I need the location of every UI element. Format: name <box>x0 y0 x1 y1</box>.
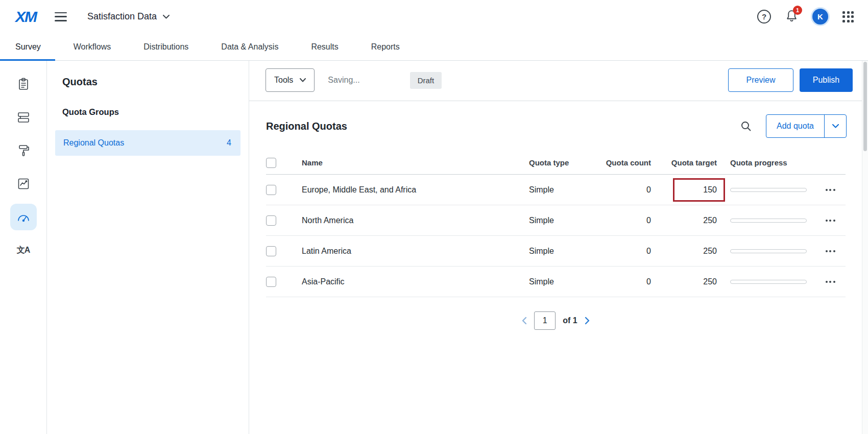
quota-target-value: 250 <box>703 216 717 225</box>
quota-target-value: 150 <box>703 185 717 194</box>
hamburger-menu-icon[interactable] <box>55 12 67 21</box>
quota-progress-bar <box>730 249 807 253</box>
avatar[interactable]: K <box>812 9 828 25</box>
scrollbar-track[interactable] <box>862 61 868 434</box>
table-row[interactable]: Europe, Middle East, and Africa Simple 0… <box>266 175 846 205</box>
apps-grid-icon[interactable] <box>842 11 854 22</box>
quota-count: 0 <box>598 247 664 256</box>
table-header-row: Name Quota type Quota count Quota target… <box>266 151 846 175</box>
table-row[interactable]: North America Simple 0 250 <box>266 205 846 236</box>
xm-logo[interactable]: XM <box>15 8 36 26</box>
row-overflow-menu-icon[interactable] <box>825 186 836 194</box>
editor-toolbar: Tools Saving... Draft Preview Publish <box>266 68 853 92</box>
quota-progress-bar <box>730 280 807 284</box>
table-row[interactable]: Asia-Pacific Simple 0 250 <box>266 267 846 297</box>
prev-page-icon[interactable] <box>521 317 527 325</box>
saving-status: Saving... <box>328 76 359 85</box>
quotas-panel: Quotas Quota Groups Regional Quotas 4 <box>47 61 249 434</box>
preview-button[interactable]: Preview <box>728 68 793 92</box>
status-badge: Draft <box>410 72 442 89</box>
quota-name: Asia-Pacific <box>290 277 529 286</box>
tools-label: Tools <box>274 76 293 85</box>
quota-count: 0 <box>598 277 664 286</box>
search-icon[interactable] <box>740 120 752 132</box>
main-content: Tools Saving... Draft Preview Publish Re… <box>249 61 868 434</box>
quota-target[interactable]: 150 <box>664 185 723 195</box>
add-quota-dropdown[interactable] <box>825 115 846 137</box>
add-quota-button[interactable]: Add quota <box>766 115 825 137</box>
highlight-annotation <box>673 178 725 202</box>
page-number-input[interactable] <box>534 311 556 330</box>
quota-groups-heading: Quota Groups <box>62 107 249 117</box>
tools-dropdown-button[interactable]: Tools <box>266 68 315 92</box>
quota-target-value: 250 <box>703 277 717 286</box>
tab-results[interactable]: Results <box>311 33 338 60</box>
chevron-down-icon <box>163 15 170 19</box>
select-all-checkbox[interactable] <box>266 158 276 168</box>
publish-button[interactable]: Publish <box>800 68 853 92</box>
chevron-down-icon <box>832 124 839 128</box>
tab-distributions[interactable]: Distributions <box>143 33 188 60</box>
column-header-quota-target: Quota target <box>664 158 723 167</box>
add-quota-split-button: Add quota <box>766 114 847 138</box>
notification-badge: 1 <box>793 6 802 15</box>
quota-count: 0 <box>598 185 664 195</box>
column-header-quota-progress: Quota progress <box>723 158 815 167</box>
row-checkbox[interactable] <box>266 215 276 226</box>
pagination: of 1 <box>266 311 846 330</box>
section-title: Regional Quotas <box>266 120 347 132</box>
notifications-button[interactable]: 1 <box>785 9 798 25</box>
translations-icon[interactable]: 文A <box>10 237 37 263</box>
quota-group-label: Regional Quotas <box>63 138 124 148</box>
quota-progress-bar <box>730 188 807 192</box>
content-area: 文A Quotas Quota Groups Regional Quotas 4… <box>0 61 868 434</box>
survey-options-icon[interactable] <box>10 171 37 197</box>
quota-type: Simple <box>529 277 598 286</box>
table-row[interactable]: Latin America Simple 0 250 <box>266 236 846 267</box>
survey-builder-icon[interactable] <box>10 71 37 98</box>
top-header: XM Satisfaction Data ? 1 K <box>0 0 868 33</box>
quota-name: Latin America <box>290 247 529 256</box>
page-total-label: of 1 <box>563 316 577 325</box>
help-icon[interactable]: ? <box>757 10 771 23</box>
quota-progress-bar <box>730 219 807 223</box>
project-title-menu[interactable]: Satisfaction Data <box>87 11 170 22</box>
column-header-quota-type: Quota type <box>529 158 598 167</box>
quota-target-value: 250 <box>703 247 717 255</box>
quotas-table: Name Quota type Quota count Quota target… <box>266 151 846 297</box>
quota-target[interactable]: 250 <box>664 216 723 225</box>
panel-title: Quotas <box>62 76 249 88</box>
row-overflow-menu-icon[interactable] <box>825 278 836 286</box>
toolbar-divider <box>249 101 868 101</box>
column-header-quota-count: Quota count <box>598 158 664 167</box>
tab-data-analysis[interactable]: Data & Analysis <box>221 33 278 60</box>
quota-name: Europe, Middle East, and Africa <box>290 185 529 195</box>
row-checkbox[interactable] <box>266 277 276 287</box>
row-checkbox[interactable] <box>266 246 276 256</box>
row-checkbox[interactable] <box>266 185 276 195</box>
sidebar-item-regional-quotas[interactable]: Regional Quotas 4 <box>55 130 240 156</box>
tab-workflows[interactable]: Workflows <box>74 33 111 60</box>
chevron-down-icon <box>300 78 306 82</box>
next-page-icon[interactable] <box>585 317 590 325</box>
project-tabbar: Survey Workflows Distributions Data & An… <box>0 33 868 61</box>
scrollbar-thumb[interactable] <box>863 62 867 151</box>
column-header-name: Name <box>290 158 529 167</box>
quota-count: 0 <box>598 216 664 225</box>
survey-flow-icon[interactable] <box>10 104 37 131</box>
tab-survey[interactable]: Survey <box>15 33 41 60</box>
quotas-icon[interactable] <box>10 204 37 230</box>
row-overflow-menu-icon[interactable] <box>825 247 836 255</box>
quota-name: North America <box>290 216 529 225</box>
survey-icon-rail: 文A <box>0 61 47 434</box>
quota-group-count: 4 <box>227 138 231 148</box>
quota-target[interactable]: 250 <box>664 247 723 256</box>
quota-type: Simple <box>529 185 598 195</box>
tab-reports[interactable]: Reports <box>371 33 400 60</box>
row-overflow-menu-icon[interactable] <box>825 216 836 225</box>
look-and-feel-icon[interactable] <box>10 137 37 164</box>
section-header: Regional Quotas Add quota <box>266 114 847 138</box>
toolbar-actions: Preview Publish <box>728 68 853 92</box>
quota-type: Simple <box>529 216 598 225</box>
quota-target[interactable]: 250 <box>664 277 723 286</box>
